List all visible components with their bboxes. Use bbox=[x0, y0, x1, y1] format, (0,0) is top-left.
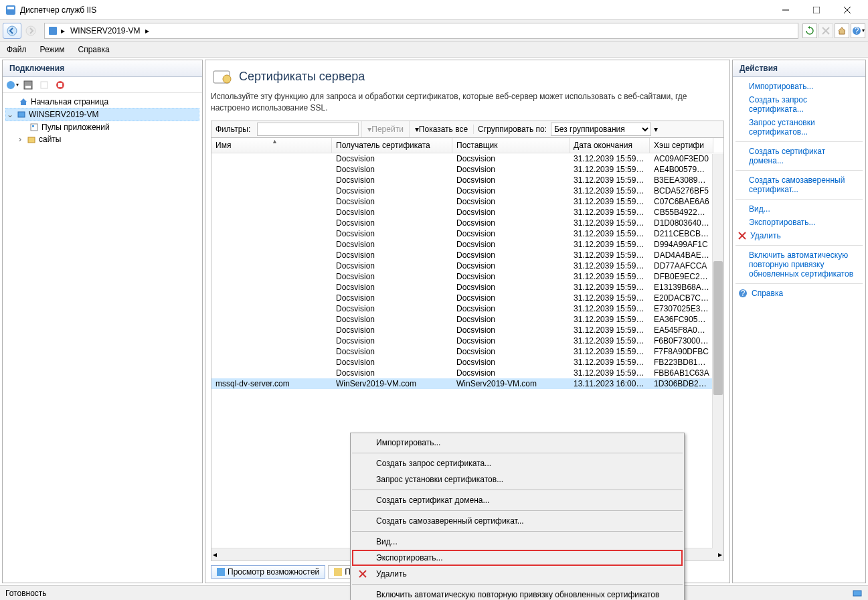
table-row[interactable]: DocsvisionDocsvision31.12.2039 15:59:59A… bbox=[211, 164, 723, 175]
filter-go-button[interactable]: ▾ Перейти bbox=[361, 121, 409, 137]
cell-name bbox=[211, 357, 332, 368]
help-dropdown-button[interactable]: ?▾ bbox=[851, 23, 865, 38]
cell-expiration: 31.12.2039 15:59:59 bbox=[570, 239, 650, 250]
breadcrumb-separator: ▸ bbox=[143, 26, 152, 35]
table-row[interactable]: DocsvisionDocsvision31.12.2039 15:59:59E… bbox=[211, 325, 723, 335]
table-row[interactable]: DocsvisionDocsvision31.12.2039 15:59:59E… bbox=[211, 282, 723, 293]
action-create-request[interactable]: Создать запрос сертификата... bbox=[735, 93, 863, 116]
ctx-import[interactable]: Импортировать... bbox=[352, 435, 683, 451]
nav-forward-button[interactable] bbox=[21, 23, 40, 39]
table-row[interactable]: DocsvisionDocsvision31.12.2039 15:59:59D… bbox=[211, 218, 723, 228]
delete-icon bbox=[738, 232, 746, 240]
table-row[interactable]: DocsvisionDocsvision31.12.2039 15:59:59F… bbox=[211, 357, 723, 368]
cell-hash: E7307025E3A5 bbox=[650, 303, 713, 314]
ctx-create-domain[interactable]: Создать сертификат домена... bbox=[352, 492, 683, 508]
cell-expiration: 31.12.2039 15:59:59 bbox=[570, 314, 650, 325]
tree-server[interactable]: ⌄ WINSERV2019-VM bbox=[5, 108, 199, 121]
svg-rect-3 bbox=[813, 7, 820, 13]
table-row[interactable]: DocsvisionDocsvision31.12.2039 15:59:59D… bbox=[211, 228, 723, 239]
ctx-auto-rebind[interactable]: Включить автоматическую повторную привяз… bbox=[352, 587, 683, 600]
scrollbar-thumb[interactable] bbox=[713, 261, 723, 395]
page-title: Сертификаты сервера bbox=[239, 70, 365, 84]
cell-issuedTo: Docsvision bbox=[332, 346, 452, 357]
table-row[interactable]: DocsvisionDocsvision31.12.2039 15:59:59A… bbox=[211, 153, 723, 164]
cell-expiration: 31.12.2039 15:59:59 bbox=[570, 282, 650, 293]
cell-issuedTo: Docsvision bbox=[332, 282, 452, 293]
vertical-scrollbar[interactable] bbox=[712, 154, 723, 548]
action-export[interactable]: Экспортировать... bbox=[735, 216, 863, 229]
cell-hash: CB55B492294E bbox=[650, 207, 713, 218]
up-button[interactable] bbox=[37, 78, 51, 92]
cell-expiration: 31.12.2039 15:59:59 bbox=[570, 153, 650, 164]
close-button[interactable] bbox=[832, 0, 863, 20]
table-row[interactable]: DocsvisionDocsvision31.12.2039 15:59:59D… bbox=[211, 271, 723, 282]
table-row[interactable]: DocsvisionDocsvision31.12.2039 15:59:59C… bbox=[211, 207, 723, 218]
tab-features-view[interactable]: Просмотр возможностей bbox=[211, 565, 325, 579]
groupby-extra-button[interactable]: ▾ bbox=[654, 125, 658, 134]
col-hash[interactable]: Хэш сертифи bbox=[650, 138, 713, 153]
stop-button[interactable] bbox=[818, 23, 833, 38]
action-delete[interactable]: Удалить bbox=[735, 229, 863, 242]
collapse-icon[interactable]: ⌄ bbox=[6, 110, 14, 119]
stop-conn-button[interactable] bbox=[54, 78, 67, 92]
save-button[interactable] bbox=[21, 78, 35, 92]
refresh-button[interactable] bbox=[802, 23, 817, 38]
table-row[interactable]: DocsvisionDocsvision31.12.2039 15:59:59F… bbox=[211, 346, 723, 357]
action-create-selfsigned[interactable]: Создать самозаверенный сертификат... bbox=[735, 173, 863, 196]
table-row[interactable]: DocsvisionDocsvision31.12.2039 15:59:59C… bbox=[211, 196, 723, 207]
tree-sites[interactable]: › сайты bbox=[5, 133, 199, 145]
ctx-delete[interactable]: Удалить bbox=[352, 566, 683, 582]
table-row[interactable]: DocsvisionDocsvision31.12.2039 15:59:59E… bbox=[211, 303, 723, 314]
expand-icon[interactable]: › bbox=[16, 135, 24, 144]
breadcrumb-server[interactable]: WINSERV2019-VM bbox=[68, 26, 143, 35]
action-import[interactable]: Импортировать... bbox=[735, 80, 863, 93]
table-row[interactable]: DocsvisionDocsvision31.12.2039 15:59:59D… bbox=[211, 250, 723, 260]
ctx-view[interactable]: Вид... bbox=[352, 534, 683, 550]
filter-showall-button[interactable]: ▾ Показать все bbox=[409, 121, 473, 137]
ctx-complete-request[interactable]: Запрос установки сертификатов... bbox=[352, 471, 683, 487]
table-row[interactable]: DocsvisionDocsvision31.12.2039 15:59:59E… bbox=[211, 314, 723, 325]
table-row[interactable]: DocsvisionDocsvision31.12.2039 15:59:59F… bbox=[211, 335, 723, 346]
action-help[interactable]: ? Справка bbox=[735, 287, 863, 300]
cell-issuer: Docsvision bbox=[452, 153, 570, 164]
ctx-create-selfsigned[interactable]: Создать самозаверенный сертификат... bbox=[352, 513, 683, 529]
cell-issuer: Docsvision bbox=[452, 346, 570, 357]
minimize-button[interactable] bbox=[770, 0, 801, 20]
maximize-button[interactable] bbox=[801, 0, 832, 20]
cell-hash: EA36FC90531C bbox=[650, 314, 713, 325]
table-row[interactable]: DocsvisionDocsvision31.12.2039 15:59:59B… bbox=[211, 185, 723, 196]
ctx-create-request[interactable]: Создать запрос сертификата... bbox=[352, 455, 683, 471]
table-row[interactable]: mssql-dv-server.comWinServ2019-VM.comWin… bbox=[211, 378, 723, 389]
action-complete-request[interactable]: Запрос установки сертификатов... bbox=[735, 116, 863, 139]
table-row[interactable]: DocsvisionDocsvision31.12.2039 15:59:59D… bbox=[211, 260, 723, 271]
menu-file[interactable]: Файл bbox=[0, 42, 33, 57]
svg-rect-15 bbox=[25, 86, 31, 88]
table-row[interactable]: DocsvisionDocsvision31.12.2039 15:59:59E… bbox=[211, 293, 723, 303]
filter-input[interactable] bbox=[257, 123, 359, 136]
address-bar[interactable]: ▸ WINSERV2019-VM ▸ bbox=[44, 23, 798, 39]
cell-expiration: 31.12.2039 15:59:59 bbox=[570, 207, 650, 218]
menu-help[interactable]: Справка bbox=[72, 42, 116, 57]
col-name[interactable]: Имя ▲ bbox=[211, 138, 332, 153]
menu-mode[interactable]: Режим bbox=[33, 42, 72, 57]
svg-rect-26 bbox=[334, 568, 342, 576]
nav-back-button[interactable] bbox=[3, 23, 21, 39]
svg-point-7 bbox=[26, 26, 35, 35]
table-row[interactable]: DocsvisionDocsvision31.12.2039 15:59:59B… bbox=[211, 175, 723, 185]
table-row[interactable]: DocsvisionDocsvision31.12.2039 15:59:59D… bbox=[211, 239, 723, 250]
ctx-export[interactable]: Экспортировать... bbox=[352, 550, 683, 566]
svg-rect-31 bbox=[853, 591, 861, 596]
col-expiration[interactable]: Дата окончания bbox=[570, 138, 650, 153]
action-view[interactable]: Вид... bbox=[735, 202, 863, 216]
connect-button[interactable]: ▾ bbox=[5, 78, 19, 92]
col-issued-to[interactable]: Получатель сертификата bbox=[332, 138, 452, 153]
cell-issuedTo: Docsvision bbox=[332, 164, 452, 175]
tree-app-pools[interactable]: Пулы приложений bbox=[5, 121, 199, 133]
groupby-select[interactable]: Без группирования bbox=[551, 123, 651, 136]
home-button[interactable] bbox=[835, 23, 849, 38]
action-auto-rebind[interactable]: Включить автоматическую повторную привяз… bbox=[735, 248, 863, 281]
tree-start-page[interactable]: Начальная страница bbox=[5, 96, 199, 108]
action-create-domain[interactable]: Создать сертификат домена... bbox=[735, 145, 863, 167]
col-issuer[interactable]: Поставщик bbox=[452, 138, 570, 153]
table-row[interactable]: DocsvisionDocsvision31.12.2039 15:59:59F… bbox=[211, 368, 723, 378]
